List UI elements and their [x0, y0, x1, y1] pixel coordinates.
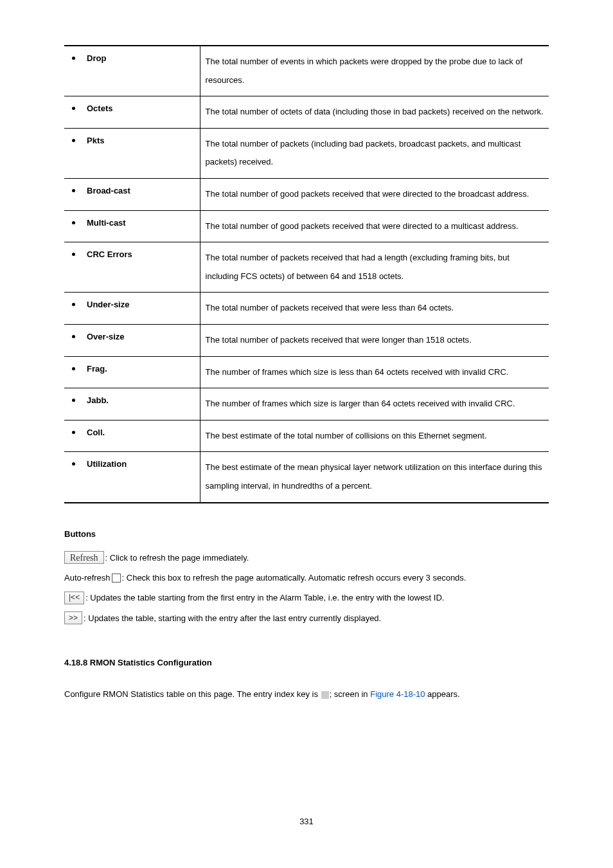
- table-row: Jabb.The number of frames which size is …: [64, 388, 549, 420]
- row-desc: The total number of good packets receive…: [200, 178, 549, 210]
- refresh-line: Refresh : Click to refresh the page imme…: [64, 550, 549, 565]
- stat-config-heading: 4.18.8 RMON Statistics Configuration: [64, 658, 549, 667]
- para-post: appears.: [425, 689, 460, 699]
- bullet-icon: [72, 107, 75, 110]
- table-row: PktsThe total number of packets (includi…: [64, 128, 549, 178]
- row-label: Multi-cast: [87, 217, 126, 229]
- row-label: Jabb.: [87, 395, 109, 406]
- row-label: Drop: [87, 53, 106, 64]
- table-row: UtilizationThe best estimate of the mean…: [64, 452, 549, 503]
- row-label-cell: Under-size: [64, 293, 200, 325]
- first-page-button[interactable]: |<<: [64, 592, 84, 604]
- definitions-table: DropThe total number of events in which …: [64, 45, 549, 503]
- row-label-cell: Over-size: [64, 324, 200, 356]
- table-row: OctetsThe total number of octets of data…: [64, 96, 549, 129]
- para-pre: Configure RMON Statistics table on this …: [64, 689, 321, 699]
- row-label: Frag.: [87, 363, 107, 375]
- bullet-icon: [72, 367, 75, 370]
- row-label: Octets: [87, 103, 112, 114]
- bullet-icon: [72, 335, 75, 338]
- row-label: Utilization: [87, 458, 127, 470]
- autorefresh-desc: : Check this box to refresh the page aut…: [122, 570, 466, 585]
- row-label-cell: Drop: [64, 46, 200, 96]
- bullet-icon: [72, 462, 75, 466]
- row-label-cell: Multi-cast: [64, 210, 200, 242]
- row-desc: The total number of packets received tha…: [200, 324, 549, 356]
- row-label-cell: Pkts: [64, 128, 200, 178]
- bullet-icon: [72, 189, 75, 192]
- bullet-icon: [72, 303, 75, 306]
- refresh-button[interactable]: Refresh: [64, 551, 104, 564]
- autorefresh-line: Auto-refresh : Check this box to refresh…: [64, 570, 549, 585]
- row-label: Coll.: [87, 427, 105, 439]
- row-desc: The number of frames which size is large…: [200, 388, 549, 420]
- row-desc: The number of frames which size is less …: [200, 356, 549, 388]
- row-label-cell: Jabb.: [64, 388, 200, 420]
- row-desc: The total number of packets (including b…: [200, 128, 549, 178]
- bullet-icon: [72, 139, 75, 142]
- next-page-button[interactable]: >>: [64, 611, 82, 624]
- row-label: Over-size: [87, 331, 125, 343]
- row-desc: The best estimate of the total number of…: [200, 420, 549, 452]
- bullet-icon: [72, 431, 75, 434]
- para-mid: ; screen in: [330, 689, 371, 699]
- autorefresh-prefix: Auto-refresh: [64, 570, 111, 585]
- first-line: |<< : Updates the table starting from th…: [64, 590, 549, 605]
- next-desc: : Updates the table, starting with the e…: [84, 611, 381, 626]
- row-label: Pkts: [87, 135, 104, 147]
- row-label-cell: Utilization: [64, 452, 200, 503]
- row-desc: The total number of events in which pack…: [200, 46, 549, 96]
- bullet-icon: [72, 57, 75, 60]
- row-label: Under-size: [87, 299, 129, 311]
- stat-config-paragraph: Configure RMON Statistics table on this …: [64, 687, 549, 701]
- first-desc: : Updates the table starting from the fi…: [85, 590, 444, 605]
- row-desc: The total number of good packets receive…: [200, 210, 549, 242]
- table-row: Broad-castThe total number of good packe…: [64, 178, 549, 210]
- next-line: >> : Updates the table, starting with th…: [64, 611, 549, 626]
- table-row: DropThe total number of events in which …: [64, 46, 549, 96]
- autorefresh-checkbox[interactable]: [112, 574, 121, 583]
- table-row: Under-sizeThe total number of packets re…: [64, 293, 549, 325]
- row-label-cell: Frag.: [64, 356, 200, 388]
- bullet-icon: [72, 253, 75, 256]
- row-label: Broad-cast: [87, 185, 130, 197]
- row-label-cell: CRC Errors: [64, 242, 200, 293]
- row-desc: The total number of octets of data (incl…: [200, 96, 549, 129]
- table-row: CRC ErrorsThe total number of packets re…: [64, 242, 549, 293]
- buttons-heading: Buttons: [64, 529, 549, 539]
- figure-link[interactable]: Figure 4-18-10: [370, 689, 425, 699]
- table-row: Multi-castThe total number of good packe…: [64, 210, 549, 242]
- row-desc: The best estimate of the mean physical l…: [200, 452, 549, 503]
- refresh-desc: : Click to refresh the page immediately.: [105, 550, 249, 565]
- page-number: 331: [0, 817, 613, 826]
- id-key-box: [321, 691, 329, 699]
- row-label-cell: Coll.: [64, 420, 200, 452]
- table-row: Frag.The number of frames which size is …: [64, 356, 549, 388]
- row-label: CRC Errors: [87, 249, 132, 260]
- row-label-cell: Broad-cast: [64, 178, 200, 210]
- bullet-icon: [72, 221, 75, 224]
- row-label-cell: Octets: [64, 96, 200, 129]
- row-desc: The total number of packets received tha…: [200, 293, 549, 325]
- row-desc: The total number of packets received tha…: [200, 242, 549, 293]
- bullet-icon: [72, 399, 75, 402]
- table-row: Coll.The best estimate of the total numb…: [64, 420, 549, 452]
- table-row: Over-sizeThe total number of packets rec…: [64, 324, 549, 356]
